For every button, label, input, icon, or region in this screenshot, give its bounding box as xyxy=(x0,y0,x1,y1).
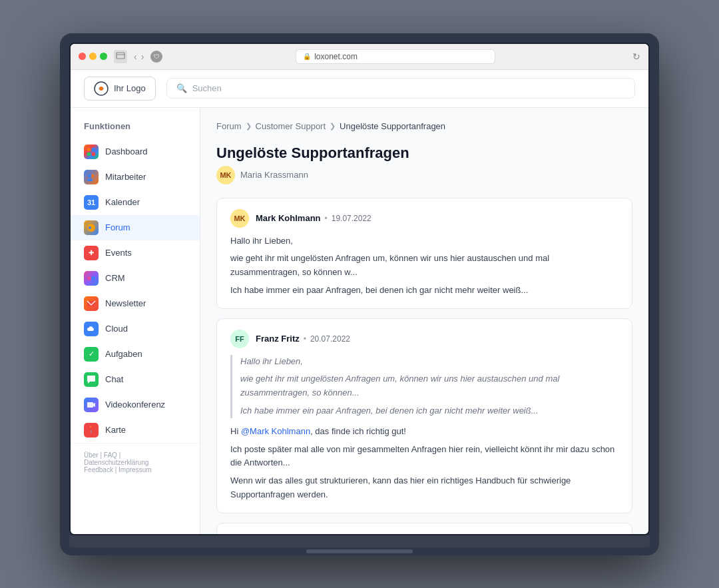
sidebar-label-aufgaben: Aufgaben xyxy=(105,349,142,359)
footer-link-faq[interactable]: FAQ xyxy=(104,451,117,459)
svg-rect-4 xyxy=(87,148,91,151)
sidebar-section-title: Funktionen xyxy=(71,121,200,139)
sidebar-label-videokonferenz: Videokonferenz xyxy=(105,400,165,410)
post-1-meta-row: Mark Kohlmann • 19.07.2022 xyxy=(256,213,371,223)
mitarbeiter-icon xyxy=(84,170,99,184)
forum-author-row: MK Maria Krassmann xyxy=(216,166,632,184)
svg-rect-6 xyxy=(87,152,91,156)
maximize-button[interactable] xyxy=(100,53,107,60)
lock-icon: 🔒 xyxy=(303,53,311,60)
footer-link-privacy[interactable]: Datenschutzerklärung xyxy=(84,459,148,466)
refresh-icon[interactable]: ↻ xyxy=(632,51,640,62)
back-button[interactable]: ‹ xyxy=(134,51,137,62)
sidebar-item-newsletter[interactable]: Newsletter xyxy=(71,291,200,316)
breadcrumb-current: Ungelöste Supportanfragen xyxy=(340,121,445,131)
sidebar-item-events[interactable]: ✚ Events xyxy=(71,240,200,266)
sidebar-item-chat[interactable]: Chat xyxy=(71,367,200,392)
forum-header: Ungelöste Supportanfragen MK Maria Krass… xyxy=(216,145,632,184)
svg-marker-16 xyxy=(93,403,95,407)
post-2-line-2: Ich poste später mal alle von mir gesamm… xyxy=(230,443,618,471)
sidebar-label-forum: Forum xyxy=(105,222,130,232)
tab-icon xyxy=(114,50,127,63)
post-2-author: Franz Fritz xyxy=(256,334,300,344)
karte-icon: 📍 xyxy=(84,423,99,438)
sidebar-label-dashboard: Dashboard xyxy=(105,147,148,156)
search-placeholder: Suchen xyxy=(192,83,222,93)
kalender-icon: 31 xyxy=(84,195,99,210)
footer-link-imprint[interactable]: Impressum xyxy=(119,466,151,473)
main-content: Forum ❯ Customer Support ❯ Ungelöste Sup… xyxy=(200,108,648,534)
sidebar-item-cloud[interactable]: Cloud xyxy=(71,316,200,342)
post-2-line-4: Wenn wir das alles gut strukturieren, ka… xyxy=(230,474,618,502)
post-card-3: MK Marie Kühne • 20.07.2022 Hallo an All… xyxy=(216,523,632,534)
quote-line-3: Ich habe immer ein paar Anfragen, bei de… xyxy=(240,404,618,418)
post-1-line-3: Ich habe immer ein paar Anfragen, bei de… xyxy=(230,284,618,298)
logo-icon xyxy=(94,81,109,96)
sidebar-label-karte: Karte xyxy=(105,425,126,435)
events-icon: ✚ xyxy=(84,246,99,260)
dashboard-icon xyxy=(84,145,99,159)
post-2-date: 20.07.2022 xyxy=(310,334,350,344)
sidebar-label-chat: Chat xyxy=(105,374,123,384)
traffic-lights xyxy=(79,53,107,60)
laptop-frame: ‹ › 🛡 🔒 loxonet.com ↻ Ihr Logo xyxy=(60,33,659,555)
svg-rect-0 xyxy=(117,53,124,59)
close-button[interactable] xyxy=(79,53,86,60)
post-1-author: Mark Kohlmann xyxy=(256,213,321,223)
url-bar[interactable]: 🔒 loxonet.com xyxy=(296,49,495,64)
breadcrumb-forum[interactable]: Forum xyxy=(216,121,242,131)
sidebar-item-dashboard[interactable]: Dashboard xyxy=(71,139,200,164)
sidebar-item-forum[interactable]: Forum xyxy=(71,215,200,240)
quote-line-2: wie geht ihr mit ungelösten Anfragen um,… xyxy=(240,372,618,400)
post-1-avatar: MK xyxy=(230,209,249,228)
sidebar-item-aufgaben[interactable]: ✓ Aufgaben xyxy=(71,342,200,367)
chat-icon xyxy=(84,372,99,387)
crm-icon xyxy=(84,271,99,286)
forum-author-name: Maria Krassmann xyxy=(240,170,308,180)
forum-icon xyxy=(84,220,99,235)
sidebar-item-videokonferenz[interactable]: Videokonferenz xyxy=(71,392,200,418)
search-bar[interactable]: 🔍 Suchen xyxy=(166,78,635,99)
app-body: Funktionen Dashboard xyxy=(71,108,648,534)
post-card-2: FF Franz Fritz • 20.07.2022 Hallo ihr Li… xyxy=(216,318,632,513)
logo-button[interactable]: Ihr Logo xyxy=(84,77,156,101)
post-1-header: MK Mark Kohlmann • 19.07.2022 xyxy=(230,209,618,228)
post-2-avatar: FF xyxy=(230,330,249,348)
breadcrumb: Forum ❯ Customer Support ❯ Ungelöste Sup… xyxy=(216,121,632,131)
sidebar-label-kalender: Kalender xyxy=(105,197,140,207)
footer-link-feedback[interactable]: Feedback xyxy=(84,466,113,473)
svg-rect-15 xyxy=(87,402,93,408)
footer-link-about[interactable]: Über xyxy=(84,451,99,459)
sidebar-item-karte[interactable]: 📍 Karte xyxy=(71,418,200,443)
post-1-meta: Mark Kohlmann • 19.07.2022 xyxy=(256,213,371,223)
search-icon: 🔍 xyxy=(176,83,187,93)
post-card-1: MK Mark Kohlmann • 19.07.2022 Hallo ihr … xyxy=(216,198,632,309)
post-2-header: FF Franz Fritz • 20.07.2022 xyxy=(230,330,618,348)
post-2-dot: • xyxy=(304,334,306,344)
browser-bar: ‹ › 🛡 🔒 loxonet.com ↻ xyxy=(71,44,648,70)
forum-title: Ungelöste Supportanfragen xyxy=(216,145,632,162)
post-2-line-1: Hi @Mark Kohlmann, das finde ich richtig… xyxy=(230,425,618,439)
sidebar-item-crm[interactable]: CRM xyxy=(71,266,200,291)
sidebar-label-events: Events xyxy=(105,248,132,258)
post-1-body: Hallo ihr Lieben, wie geht ihr mit ungel… xyxy=(230,234,618,298)
minimize-button[interactable] xyxy=(89,53,97,60)
sidebar-item-mitarbeiter[interactable]: Mitarbeiter xyxy=(71,164,200,190)
sidebar-item-kalender[interactable]: 31 Kalender xyxy=(71,190,200,215)
post-2-body: Hallo ihr Lieben, wie geht ihr mit ungel… xyxy=(230,355,618,502)
breadcrumb-sep-2: ❯ xyxy=(330,122,336,131)
quote-line-1: Hallo ihr Lieben, xyxy=(240,355,618,369)
breadcrumb-customer-support[interactable]: Customer Support xyxy=(256,121,326,131)
sidebar: Funktionen Dashboard xyxy=(71,108,200,534)
laptop-screen: ‹ › 🛡 🔒 loxonet.com ↻ Ihr Logo xyxy=(69,43,650,535)
app-header: Ihr Logo 🔍 Suchen xyxy=(71,70,648,108)
newsletter-icon xyxy=(84,296,99,311)
post-1-line-2: wie geht ihr mit ungelösten Anfragen um,… xyxy=(230,252,618,280)
url-text: loxonet.com xyxy=(314,52,358,61)
sidebar-label-newsletter: Newsletter xyxy=(105,298,146,308)
forward-button[interactable]: › xyxy=(141,51,144,62)
mention-mark[interactable]: @Mark Kohlmann xyxy=(241,426,310,436)
svg-rect-5 xyxy=(92,148,95,151)
breadcrumb-sep-1: ❯ xyxy=(246,122,252,131)
sidebar-label-cloud: Cloud xyxy=(105,324,128,334)
